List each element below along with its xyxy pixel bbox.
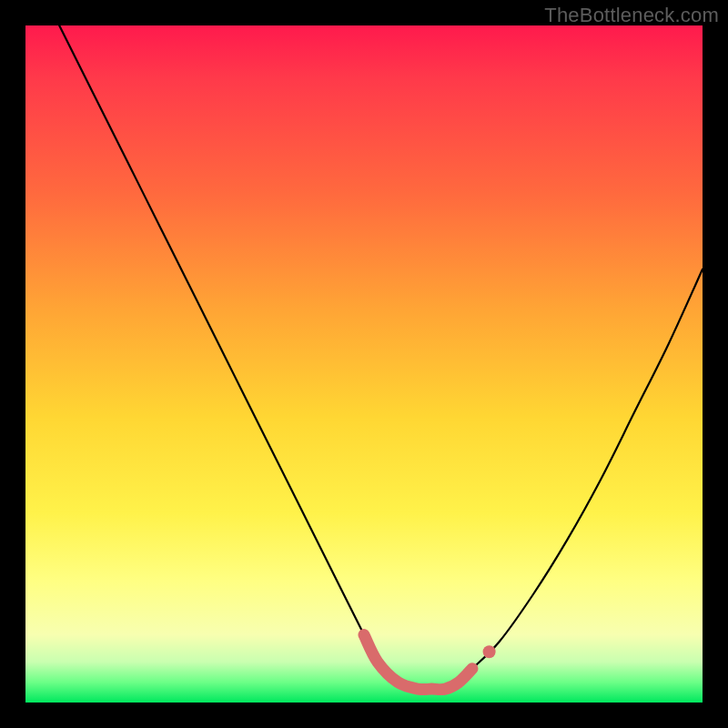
curve-highlight (364, 635, 472, 690)
watermark-text: TheBottleneck.com (544, 4, 719, 27)
bottleneck-curve (25, 25, 703, 703)
plot-area (25, 25, 703, 703)
curve-path (25, 0, 703, 690)
outer-frame: TheBottleneck.com (0, 0, 728, 728)
curve-highlight-dot (483, 645, 496, 658)
